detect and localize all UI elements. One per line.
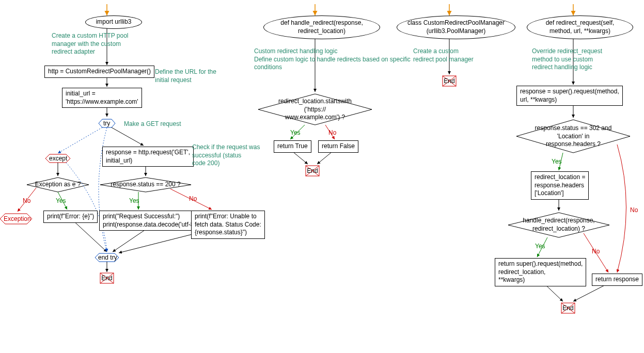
end-text-1: End [101, 275, 112, 282]
redir-loc: redirect_location = response.headers ['L… [531, 171, 589, 200]
cond-handle: handle_redirect(response, redirect_locat… [523, 217, 594, 233]
end-col2: End [305, 165, 320, 176]
col2-no: No [328, 129, 336, 136]
end-text-3: End [444, 77, 454, 85]
status-no: No [189, 195, 197, 202]
print-ok: print("Request Successful:") print(respo… [99, 211, 203, 231]
super-request: response = super().request(method, url, … [516, 86, 623, 106]
import-node: import urllib3 [85, 15, 142, 29]
col4-no1: No [630, 206, 638, 214]
end-try: end try [98, 254, 117, 261]
col4-yes1: Yes [552, 158, 562, 165]
response-get: response = http.request('GET', initial_u… [102, 147, 194, 167]
def-handle-redirect: def handle_redirect(response, redirect_l… [263, 15, 380, 39]
exc-no: No [23, 197, 30, 204]
comment-check: Check if the request was successful (sta… [192, 143, 260, 168]
try-label: try [103, 120, 110, 127]
ret-super: return super().request(method, redirect_… [495, 258, 586, 286]
ret-true: return True [274, 140, 311, 153]
class-def: class CustomRedirectPoolManager (urllib3… [397, 15, 515, 39]
class-def-text: class CustomRedirectPoolManager (urllib3… [407, 19, 505, 35]
end-col4: End [561, 302, 575, 314]
except-label: except [49, 155, 67, 162]
http-assign: http = CustomRedirectPoolManager() [44, 66, 154, 78]
status-yes: Yes [129, 197, 139, 204]
col2-yes: Yes [290, 129, 301, 136]
def-handle-text: def handle_redirect(response, redirect_l… [280, 19, 363, 35]
comment-pool: Create a custom HTTP pool manager with t… [52, 32, 129, 56]
import-text: import urllib3 [96, 18, 132, 26]
def-redirect-req: def redirect_request(self, method, url, … [527, 15, 633, 39]
exc-q: Exception as e ? [35, 181, 81, 189]
end-text-2: End [307, 167, 318, 174]
comment-handle: Custom redirect handling logic Define cu… [254, 47, 411, 72]
col4-no2: No [592, 248, 600, 255]
def-redirect-text: def redirect_request(self, method, url, … [546, 19, 615, 35]
print-err: print(f"Error: {e}") [43, 211, 98, 223]
comment-override: Override redirect_request method to use … [532, 47, 602, 72]
comment-url: Define the URL for the initial request [155, 68, 216, 84]
exc-yes: Yes [56, 197, 66, 204]
ret-resp: return response [592, 274, 642, 286]
exception-hex: Exception [4, 215, 31, 222]
status-q: response.status == 200 ? [111, 181, 180, 189]
end-col1: End [100, 272, 114, 284]
col4-yes2: Yes [535, 243, 545, 250]
cond-starts: redirect_location.startswith ('https:// … [278, 98, 352, 122]
cond-302: response.status == 302 and 'Location' in… [535, 124, 612, 149]
comment-class: Create a custom redirect pool manager [413, 47, 474, 63]
comment-get: Make a GET request [124, 120, 181, 129]
print-fail: print(f"Error: Unable to fetch data. Sta… [191, 211, 265, 239]
initial-url: initial_url = 'https://www.example.com' [62, 88, 142, 108]
end-col3: End [442, 75, 457, 87]
ret-false: return False [318, 140, 358, 153]
end-text-4: End [562, 304, 573, 312]
